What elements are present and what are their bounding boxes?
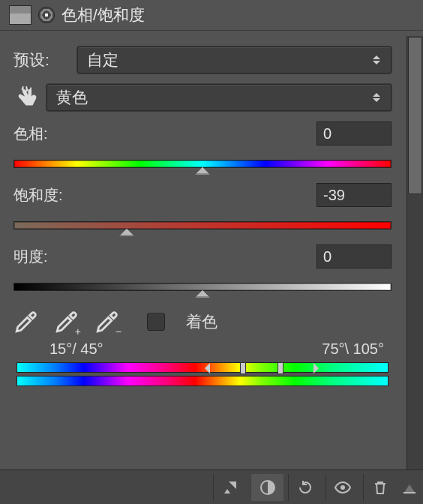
target-icon[interactable] <box>39 8 54 22</box>
panel-body: 预设: 自定 黄色 色相: 0 <box>0 33 405 397</box>
preset-select[interactable]: 自定 <box>77 46 392 74</box>
preset-label: 预设: <box>14 50 77 70</box>
clip-mask-button[interactable] <box>213 474 246 501</box>
range-labels: 15°/ 45° 75°\ 105° <box>50 340 384 358</box>
svg-point-1 <box>340 485 345 490</box>
scrollbar-thumb[interactable] <box>408 37 422 194</box>
range-fade-left-handle[interactable] <box>200 363 210 374</box>
panel-title: 色相/饱和度 <box>62 4 145 26</box>
preset-row: 预设: 自定 <box>14 46 392 74</box>
saturation-track <box>14 221 392 230</box>
plus-icon: + <box>75 326 81 338</box>
chevron-updown-icon <box>371 52 382 68</box>
range-bar-bottom <box>16 376 388 386</box>
hue-saturation-panel: 色相/饱和度 预设: 自定 黄色 色相: 0 <box>0 0 423 504</box>
lightness-value-input[interactable]: 0 <box>316 244 392 268</box>
panel-scrollbar[interactable] <box>406 36 423 470</box>
lightness-group: 明度: 0 <box>14 244 392 292</box>
colorize-checkbox[interactable] <box>147 313 165 331</box>
range-bar-top[interactable] <box>16 362 388 373</box>
hue-value-input[interactable]: 0 <box>316 122 392 146</box>
adjustment-button[interactable] <box>250 474 284 501</box>
lightness-slider[interactable] <box>14 279 392 292</box>
hue-label: 色相: <box>14 124 48 144</box>
hue-slider[interactable] <box>14 156 392 170</box>
preset-value: 自定 <box>87 50 118 70</box>
scrub-hand-icon[interactable] <box>14 84 40 111</box>
range-left-label: 15°/ 45° <box>50 340 104 358</box>
eyedropper-add-button[interactable]: + <box>54 309 80 334</box>
hue-group: 色相: 0 <box>14 122 392 170</box>
minus-icon: − <box>116 326 122 338</box>
saturation-group: 饱和度: -39 <box>14 183 392 231</box>
channel-row: 黄色 <box>14 84 392 111</box>
visibility-button[interactable] <box>326 474 358 501</box>
channel-select[interactable]: 黄色 <box>46 84 392 111</box>
colorize-label: 着色 <box>186 311 218 332</box>
range-inner-right-handle[interactable] <box>278 362 284 374</box>
range-right-label: 75°\ 105° <box>322 340 384 358</box>
lightness-label: 明度: <box>14 247 48 267</box>
eyedropper-row: + − 着色 <box>14 309 392 334</box>
bottom-toolbar <box>0 470 423 504</box>
chevron-updown-icon <box>371 89 382 106</box>
saturation-slider[interactable] <box>14 218 392 231</box>
range-inner-left-handle[interactable] <box>240 362 246 374</box>
panel-header: 色相/饱和度 <box>0 0 423 31</box>
channel-value: 黄色 <box>56 87 88 108</box>
trash-button[interactable] <box>363 474 396 501</box>
reset-button[interactable] <box>288 474 321 501</box>
more-button[interactable] <box>400 474 418 501</box>
eyedropper-button[interactable] <box>14 309 39 334</box>
eyedropper-subtract-button[interactable]: − <box>94 309 120 334</box>
range-fade-right-handle[interactable] <box>314 363 324 374</box>
preset-icon[interactable] <box>9 5 32 25</box>
saturation-value-input[interactable]: -39 <box>316 183 392 207</box>
saturation-label: 饱和度: <box>14 185 63 206</box>
